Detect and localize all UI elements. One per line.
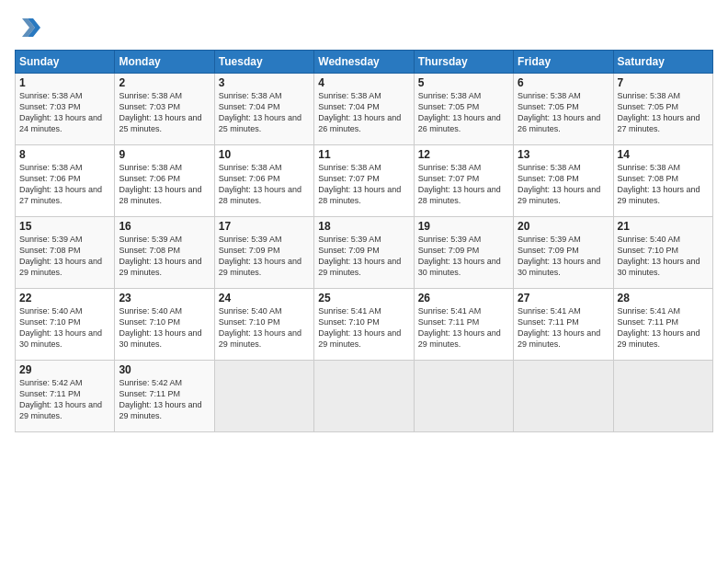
day-number: 27	[518, 292, 609, 304]
weekday-header: Thursday	[414, 51, 513, 74]
calendar-cell: 30Sunrise: 5:42 AMSunset: 7:11 PMDayligh…	[115, 361, 214, 432]
day-number: 30	[119, 363, 210, 376]
calendar-cell: 26Sunrise: 5:41 AMSunset: 7:11 PMDayligh…	[414, 289, 513, 361]
calendar-cell: 6Sunrise: 5:38 AMSunset: 7:05 PMDaylight…	[514, 74, 613, 145]
calendar-cell	[514, 361, 613, 432]
day-number: 2	[119, 76, 210, 89]
calendar-cell: 25Sunrise: 5:41 AMSunset: 7:10 PMDayligh…	[314, 289, 414, 361]
calendar-cell: 5Sunrise: 5:38 AMSunset: 7:05 PMDaylight…	[414, 74, 513, 145]
day-number: 26	[418, 292, 509, 304]
cell-info: Sunrise: 5:42 AMSunset: 7:11 PMDaylight:…	[119, 378, 201, 420]
calendar-cell: 8Sunrise: 5:38 AMSunset: 7:06 PMDaylight…	[16, 145, 115, 217]
calendar-cell: 27Sunrise: 5:41 AMSunset: 7:11 PMDayligh…	[514, 289, 613, 361]
cell-info: Sunrise: 5:39 AMSunset: 7:09 PMDaylight:…	[518, 235, 600, 277]
calendar-cell: 29Sunrise: 5:42 AMSunset: 7:11 PMDayligh…	[16, 361, 115, 432]
calendar-cell	[414, 361, 513, 432]
calendar-week-row: 15Sunrise: 5:39 AMSunset: 7:08 PMDayligh…	[16, 217, 713, 289]
weekday-header: Saturday	[613, 51, 712, 74]
calendar-cell: 4Sunrise: 5:38 AMSunset: 7:04 PMDaylight…	[314, 74, 414, 145]
day-number: 25	[318, 292, 409, 304]
calendar-cell: 13Sunrise: 5:38 AMSunset: 7:08 PMDayligh…	[514, 145, 613, 217]
cell-info: Sunrise: 5:38 AMSunset: 7:04 PMDaylight:…	[318, 91, 401, 133]
calendar-cell: 16Sunrise: 5:39 AMSunset: 7:08 PMDayligh…	[115, 217, 214, 289]
day-number: 15	[19, 220, 110, 233]
calendar-cell: 3Sunrise: 5:38 AMSunset: 7:04 PMDaylight…	[214, 74, 313, 145]
weekday-header: Tuesday	[214, 51, 313, 74]
cell-info: Sunrise: 5:38 AMSunset: 7:08 PMDaylight:…	[518, 163, 600, 205]
cell-info: Sunrise: 5:39 AMSunset: 7:08 PMDaylight:…	[119, 235, 201, 277]
cell-info: Sunrise: 5:38 AMSunset: 7:07 PMDaylight:…	[318, 163, 401, 205]
day-number: 3	[219, 76, 310, 89]
day-number: 28	[618, 292, 709, 304]
calendar-cell: 22Sunrise: 5:40 AMSunset: 7:10 PMDayligh…	[16, 289, 115, 361]
header-row: SundayMondayTuesdayWednesdayThursdayFrid…	[16, 51, 713, 74]
cell-info: Sunrise: 5:39 AMSunset: 7:09 PMDaylight:…	[318, 235, 401, 277]
calendar-cell: 10Sunrise: 5:38 AMSunset: 7:06 PMDayligh…	[214, 145, 313, 217]
day-number: 6	[518, 76, 609, 89]
cell-info: Sunrise: 5:38 AMSunset: 7:05 PMDaylight:…	[518, 91, 600, 133]
cell-info: Sunrise: 5:38 AMSunset: 7:07 PMDaylight:…	[418, 163, 501, 205]
logo-icon	[15, 15, 40, 40]
page: SundayMondayTuesdayWednesdayThursdayFrid…	[0, 0, 728, 563]
calendar-week-row: 22Sunrise: 5:40 AMSunset: 7:10 PMDayligh…	[16, 289, 713, 361]
cell-info: Sunrise: 5:38 AMSunset: 7:05 PMDaylight:…	[418, 91, 501, 133]
calendar-cell: 21Sunrise: 5:40 AMSunset: 7:10 PMDayligh…	[613, 217, 712, 289]
calendar-cell: 18Sunrise: 5:39 AMSunset: 7:09 PMDayligh…	[314, 217, 414, 289]
weekday-header: Sunday	[16, 51, 115, 74]
calendar-cell: 19Sunrise: 5:39 AMSunset: 7:09 PMDayligh…	[414, 217, 513, 289]
day-number: 29	[19, 363, 110, 376]
calendar-cell	[314, 361, 414, 432]
cell-info: Sunrise: 5:38 AMSunset: 7:06 PMDaylight:…	[19, 163, 102, 205]
cell-info: Sunrise: 5:41 AMSunset: 7:11 PMDaylight:…	[418, 306, 501, 349]
day-number: 17	[219, 220, 310, 233]
calendar-cell: 15Sunrise: 5:39 AMSunset: 7:08 PMDayligh…	[16, 217, 115, 289]
calendar-cell	[214, 361, 313, 432]
calendar-cell: 23Sunrise: 5:40 AMSunset: 7:10 PMDayligh…	[115, 289, 214, 361]
cell-info: Sunrise: 5:38 AMSunset: 7:08 PMDaylight:…	[618, 163, 700, 205]
header	[15, 15, 713, 40]
calendar-cell: 11Sunrise: 5:38 AMSunset: 7:07 PMDayligh…	[314, 145, 414, 217]
cell-info: Sunrise: 5:39 AMSunset: 7:08 PMDaylight:…	[19, 235, 102, 277]
cell-info: Sunrise: 5:41 AMSunset: 7:10 PMDaylight:…	[318, 306, 401, 349]
calendar-cell: 2Sunrise: 5:38 AMSunset: 7:03 PMDaylight…	[115, 74, 214, 145]
day-number: 1	[19, 76, 110, 89]
cell-info: Sunrise: 5:38 AMSunset: 7:03 PMDaylight:…	[19, 91, 102, 133]
calendar-header: SundayMondayTuesdayWednesdayThursdayFrid…	[16, 51, 713, 74]
cell-info: Sunrise: 5:39 AMSunset: 7:09 PMDaylight:…	[219, 235, 301, 277]
calendar-week-row: 29Sunrise: 5:42 AMSunset: 7:11 PMDayligh…	[16, 361, 713, 432]
cell-info: Sunrise: 5:41 AMSunset: 7:11 PMDaylight:…	[518, 306, 600, 349]
calendar-table: SundayMondayTuesdayWednesdayThursdayFrid…	[15, 50, 713, 432]
day-number: 9	[119, 148, 210, 161]
cell-info: Sunrise: 5:40 AMSunset: 7:10 PMDaylight:…	[618, 235, 700, 277]
cell-info: Sunrise: 5:38 AMSunset: 7:06 PMDaylight:…	[119, 163, 201, 205]
cell-info: Sunrise: 5:38 AMSunset: 7:04 PMDaylight:…	[219, 91, 301, 133]
calendar-cell: 20Sunrise: 5:39 AMSunset: 7:09 PMDayligh…	[514, 217, 613, 289]
day-number: 16	[119, 220, 210, 233]
day-number: 24	[219, 292, 310, 304]
calendar-cell: 28Sunrise: 5:41 AMSunset: 7:11 PMDayligh…	[613, 289, 712, 361]
day-number: 11	[318, 148, 409, 161]
cell-info: Sunrise: 5:41 AMSunset: 7:11 PMDaylight:…	[618, 306, 700, 349]
calendar-cell: 14Sunrise: 5:38 AMSunset: 7:08 PMDayligh…	[613, 145, 712, 217]
cell-info: Sunrise: 5:38 AMSunset: 7:06 PMDaylight:…	[219, 163, 301, 205]
day-number: 13	[518, 148, 609, 161]
day-number: 5	[418, 76, 509, 89]
day-number: 8	[19, 148, 110, 161]
calendar-cell	[613, 361, 712, 432]
day-number: 19	[418, 220, 509, 233]
logo	[15, 15, 44, 40]
cell-info: Sunrise: 5:40 AMSunset: 7:10 PMDaylight:…	[19, 306, 102, 349]
day-number: 22	[19, 292, 110, 304]
day-number: 21	[618, 220, 709, 233]
day-number: 20	[518, 220, 609, 233]
day-number: 23	[119, 292, 210, 304]
weekday-header: Monday	[115, 51, 214, 74]
day-number: 10	[219, 148, 310, 161]
day-number: 7	[618, 76, 709, 89]
cell-info: Sunrise: 5:40 AMSunset: 7:10 PMDaylight:…	[119, 306, 201, 349]
day-number: 12	[418, 148, 509, 161]
calendar-cell: 7Sunrise: 5:38 AMSunset: 7:05 PMDaylight…	[613, 74, 712, 145]
calendar-cell: 24Sunrise: 5:40 AMSunset: 7:10 PMDayligh…	[214, 289, 313, 361]
cell-info: Sunrise: 5:39 AMSunset: 7:09 PMDaylight:…	[418, 235, 501, 277]
calendar-week-row: 8Sunrise: 5:38 AMSunset: 7:06 PMDaylight…	[16, 145, 713, 217]
